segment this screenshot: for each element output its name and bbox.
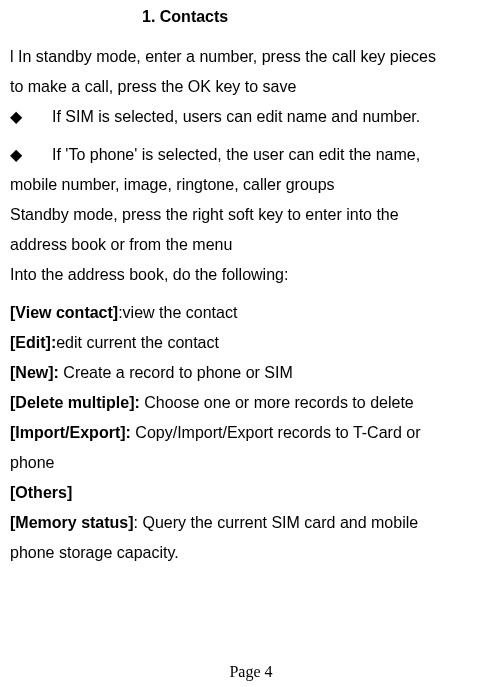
bullet-item-sim: ◆ If SIM is selected, users can edit nam… [10,102,492,132]
label: [Delete multiple]: [10,394,144,411]
text: edit current the contact [56,334,219,351]
label: [Edit]: [10,334,56,351]
text: Choose one or more records to delete [144,394,413,411]
intro-do: Into the address book, do the following: [10,260,492,290]
item-import-line1: [Import/Export]: Copy/Import/Export reco… [10,418,492,448]
bullet-text: If SIM is selected, users can edit name … [52,102,492,132]
item-memory-line2: phone storage capacity. [10,538,492,568]
diamond-bullet-icon: ◆ [10,102,52,132]
standby-line-1: Standby mode, press the right soft key t… [10,200,492,230]
item-others: [Others] [10,478,492,508]
bullet-text: If 'To phone' is selected, the user can … [52,140,492,170]
label: [Others] [10,484,72,501]
label: [Import/Export]: [10,424,135,441]
label: [New]: [10,364,63,381]
intro-line-1: l In standby mode, enter a number, press… [10,42,492,72]
intro-line-2: to make a call, press the OK key to save [10,72,492,102]
item-view-contact: [View contact]:view the contact [10,298,492,328]
standby-line-2: address book or from the menu [10,230,492,260]
item-new: [New]: Create a record to phone or SIM [10,358,492,388]
text: : Query the current SIM card and mobile [134,514,419,531]
diamond-bullet-icon: ◆ [10,140,52,170]
section-heading: 1. Contacts [10,8,492,26]
item-memory-line1: [Memory status]: Query the current SIM c… [10,508,492,538]
text: :view the contact [118,304,237,321]
bullet-continuation: mobile number, image, ringtone, caller g… [10,170,492,200]
item-import-line2: phone [10,448,492,478]
item-delete: [Delete multiple]: Choose one or more re… [10,388,492,418]
bullet-item-phone: ◆ If 'To phone' is selected, the user ca… [10,140,492,170]
text: Create a record to phone or SIM [63,364,292,381]
text: Copy/Import/Export records to T-Card or [135,424,420,441]
page-number: Page 4 [0,663,502,681]
label: [View contact] [10,304,118,321]
label: [Memory status] [10,514,134,531]
item-edit: [Edit]:edit current the contact [10,328,492,358]
